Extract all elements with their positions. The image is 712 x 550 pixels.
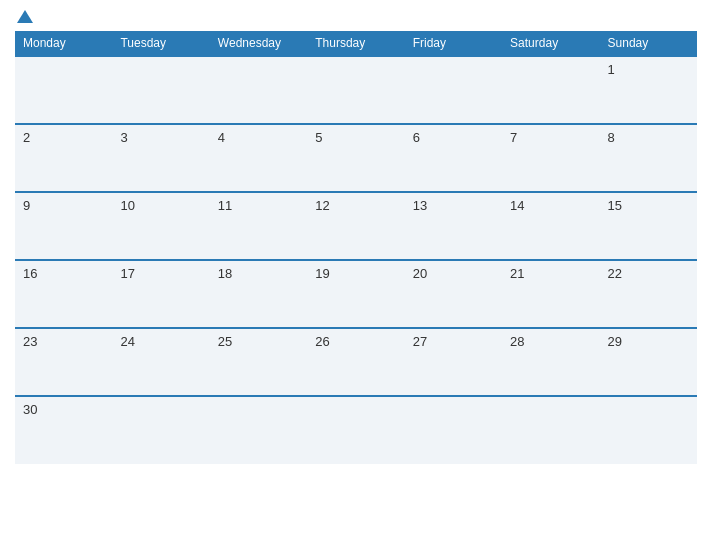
day-number: 9 [23,198,30,213]
logo [15,10,33,23]
day-number: 5 [315,130,322,145]
calendar-cell: 11 [210,192,307,260]
calendar-cell: 17 [112,260,209,328]
day-number: 25 [218,334,232,349]
calendar-cell: 16 [15,260,112,328]
day-number: 27 [413,334,427,349]
calendar-cell [210,396,307,464]
calendar-cell: 23 [15,328,112,396]
weekday-header-tuesday: Tuesday [112,31,209,56]
calendar-cell: 8 [600,124,697,192]
calendar-cell: 10 [112,192,209,260]
day-number: 3 [120,130,127,145]
day-number: 7 [510,130,517,145]
day-number: 19 [315,266,329,281]
calendar-table: MondayTuesdayWednesdayThursdayFridaySatu… [15,31,697,464]
weekday-header-friday: Friday [405,31,502,56]
calendar-cell [307,396,404,464]
calendar-cell: 4 [210,124,307,192]
calendar-cell: 13 [405,192,502,260]
day-number: 4 [218,130,225,145]
calendar-cell: 22 [600,260,697,328]
calendar-cell [405,396,502,464]
calendar-cell [15,56,112,124]
day-number: 24 [120,334,134,349]
day-number: 2 [23,130,30,145]
weekday-header-thursday: Thursday [307,31,404,56]
day-number: 14 [510,198,524,213]
weekday-header-monday: Monday [15,31,112,56]
calendar-cell [210,56,307,124]
day-number: 16 [23,266,37,281]
calendar-cell: 2 [15,124,112,192]
weekday-header-sunday: Sunday [600,31,697,56]
week-row-5: 23242526272829 [15,328,697,396]
day-number: 29 [608,334,622,349]
calendar-cell: 3 [112,124,209,192]
day-number: 23 [23,334,37,349]
day-number: 11 [218,198,232,213]
calendar-cell [307,56,404,124]
calendar-cell [112,56,209,124]
day-number: 6 [413,130,420,145]
weekday-header-saturday: Saturday [502,31,599,56]
day-number: 21 [510,266,524,281]
day-number: 8 [608,130,615,145]
day-number: 17 [120,266,134,281]
week-row-4: 16171819202122 [15,260,697,328]
calendar-cell: 6 [405,124,502,192]
weekday-header-row: MondayTuesdayWednesdayThursdayFridaySatu… [15,31,697,56]
calendar-container: MondayTuesdayWednesdayThursdayFridaySatu… [0,0,712,550]
weekday-header-wednesday: Wednesday [210,31,307,56]
calendar-cell: 26 [307,328,404,396]
calendar-cell: 7 [502,124,599,192]
day-number: 18 [218,266,232,281]
day-number: 22 [608,266,622,281]
day-number: 12 [315,198,329,213]
day-number: 26 [315,334,329,349]
day-number: 28 [510,334,524,349]
calendar-cell [502,396,599,464]
calendar-cell: 9 [15,192,112,260]
calendar-cell: 19 [307,260,404,328]
calendar-cell: 24 [112,328,209,396]
day-number: 30 [23,402,37,417]
calendar-cell [405,56,502,124]
calendar-cell: 14 [502,192,599,260]
calendar-cell: 18 [210,260,307,328]
header [15,10,697,23]
day-number: 20 [413,266,427,281]
day-number: 1 [608,62,615,77]
calendar-cell: 27 [405,328,502,396]
calendar-cell: 21 [502,260,599,328]
calendar-cell: 5 [307,124,404,192]
calendar-cell: 1 [600,56,697,124]
calendar-cell: 12 [307,192,404,260]
calendar-cell: 30 [15,396,112,464]
calendar-cell: 25 [210,328,307,396]
calendar-cell: 15 [600,192,697,260]
week-row-2: 2345678 [15,124,697,192]
calendar-cell [112,396,209,464]
week-row-3: 9101112131415 [15,192,697,260]
week-row-6: 30 [15,396,697,464]
calendar-cell: 29 [600,328,697,396]
day-number: 15 [608,198,622,213]
calendar-cell: 28 [502,328,599,396]
day-number: 10 [120,198,134,213]
calendar-cell: 20 [405,260,502,328]
day-number: 13 [413,198,427,213]
calendar-cell [502,56,599,124]
week-row-1: 1 [15,56,697,124]
calendar-cell [600,396,697,464]
logo-triangle-icon [17,10,33,23]
